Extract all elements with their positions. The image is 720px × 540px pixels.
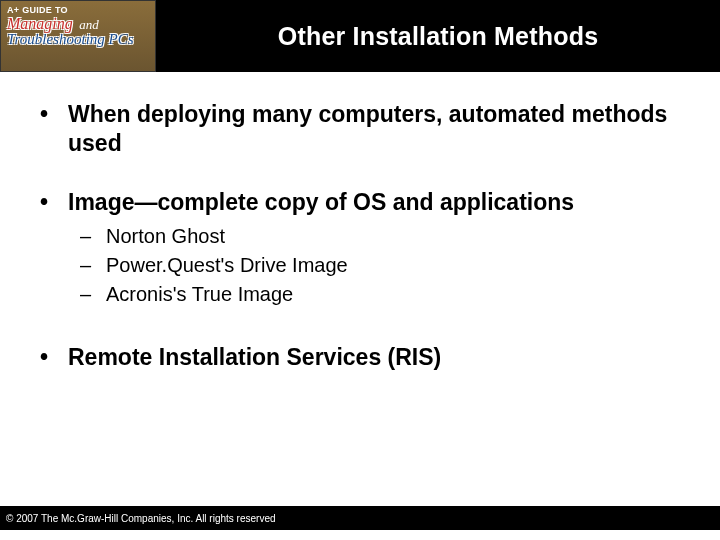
sub-bullet-item: – Acronis's True Image bbox=[80, 280, 680, 309]
bullet-text: Remote Installation Services (RIS) bbox=[68, 343, 441, 372]
bullet-text: Image—complete copy of OS and applicatio… bbox=[68, 188, 574, 217]
sub-bullet-text: Acronis's True Image bbox=[106, 280, 293, 309]
bullet-marker: • bbox=[40, 343, 68, 372]
slide-content: • When deploying many computers, automat… bbox=[0, 72, 720, 372]
title-bar: Other Installation Methods bbox=[156, 0, 720, 72]
bullet-text: When deploying many computers, automated… bbox=[68, 100, 680, 158]
sub-bullet-marker: – bbox=[80, 222, 106, 251]
sub-bullet-marker: – bbox=[80, 280, 106, 309]
bullet-marker: • bbox=[40, 188, 68, 217]
bullet-item: • When deploying many computers, automat… bbox=[40, 100, 680, 158]
logo-line2: Troubleshooting PCs bbox=[7, 31, 149, 48]
sub-bullet-item: – Power.Quest's Drive Image bbox=[80, 251, 680, 280]
logo-managing: Managing bbox=[7, 15, 73, 32]
logo-topline: A+ GUIDE TO bbox=[7, 5, 149, 15]
footer-bar: © 2007 The Mc.Graw-Hill Companies, Inc. … bbox=[0, 506, 720, 530]
sub-bullet-marker: – bbox=[80, 251, 106, 280]
slide-header: A+ GUIDE TO Managing and Troubleshooting… bbox=[0, 0, 720, 72]
slide-title: Other Installation Methods bbox=[278, 22, 599, 51]
book-logo: A+ GUIDE TO Managing and Troubleshooting… bbox=[0, 0, 156, 72]
copyright-text: © 2007 The Mc.Graw-Hill Companies, Inc. … bbox=[6, 513, 276, 524]
bullet-item: • Remote Installation Services (RIS) bbox=[40, 343, 680, 372]
bullet-item: • Image—complete copy of OS and applicat… bbox=[40, 188, 680, 217]
logo-and: and bbox=[79, 17, 99, 32]
bullet-marker: • bbox=[40, 100, 68, 158]
sub-bullet-text: Norton Ghost bbox=[106, 222, 225, 251]
sub-bullet-list: – Norton Ghost – Power.Quest's Drive Ima… bbox=[80, 222, 680, 309]
sub-bullet-item: – Norton Ghost bbox=[80, 222, 680, 251]
sub-bullet-text: Power.Quest's Drive Image bbox=[106, 251, 348, 280]
